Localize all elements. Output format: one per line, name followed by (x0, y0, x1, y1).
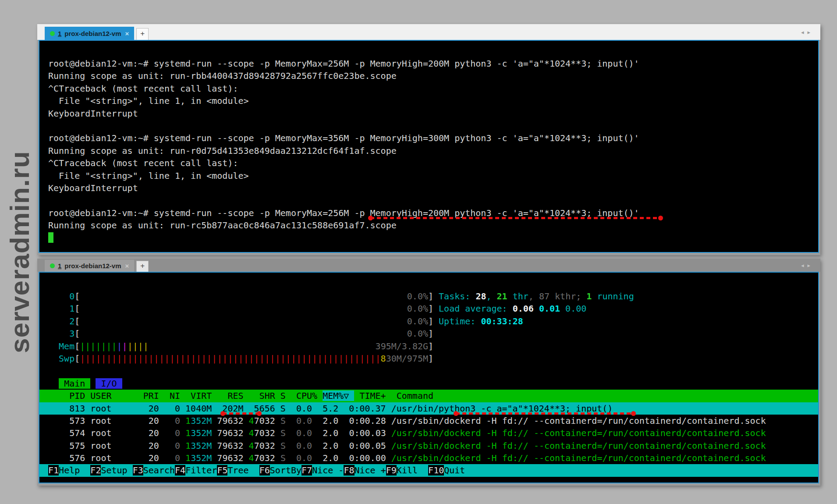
terminal-line: Mem[||||||||||||| 395M/3.82G] (39, 340, 818, 352)
tab-scroll-arrows[interactable]: ◂▸ (801, 29, 814, 35)
close-tab-icon[interactable]: × (124, 30, 130, 37)
terminal-line (39, 231, 818, 244)
terminal-screen-top[interactable]: root@debian12-vm:~# systemd-run --scope … (39, 40, 819, 253)
terminal-window-top: 1 prox-debian12-vm × + ◂▸ root@debian12-… (37, 24, 820, 255)
session-status-icon (50, 263, 55, 268)
terminal-line: Running scope as unit: run-r0d75d41353e8… (39, 145, 818, 157)
terminal-line: 575 root 20 0 1352M 79632 47032 S 0.0 2.… (39, 440, 818, 452)
terminal-line: 0[ 0.0%] Tasks: 28, 21 thr, 87 kthr; 1 r… (39, 290, 818, 302)
tab-title: prox-debian12-vm (64, 30, 121, 37)
scroll-right-icon[interactable]: ▸ (807, 29, 814, 35)
tab-bar-top: 1 prox-debian12-vm × + ◂▸ (37, 24, 820, 40)
close-tab-icon[interactable]: × (124, 262, 130, 270)
terminal-line: KeyboardInterrupt (39, 107, 818, 120)
tab-number: 1 (58, 262, 61, 270)
terminal-line: File "<string>", line 1, in <module> (39, 95, 818, 107)
terminal-window-bottom: 1 prox-debian12-vm × + ◂▸ 0[ 0.0%] Tasks… (37, 259, 820, 486)
tab-title: prox-debian12-vm (64, 262, 121, 270)
terminal-line (39, 365, 818, 377)
terminal-line: PID USER PRI NI VIRT RES SHR S CPU% MEM%… (39, 390, 818, 402)
tab-prox-debian12-vm[interactable]: 1 prox-debian12-vm × (45, 27, 134, 40)
terminal-line: 574 root 20 0 1352M 79632 47032 S 0.0 2.… (39, 427, 818, 439)
terminal-line: F1Help F2Setup F3SearchF4FilterF5Tree F6… (39, 464, 818, 476)
tab-bar-bottom: 1 prox-debian12-vm × + ◂▸ (37, 259, 820, 272)
htop-output: 0[ 0.0%] Tasks: 28, 21 thr, 87 kthr; 1 r… (39, 290, 818, 477)
terminal-line: KeyboardInterrupt (39, 182, 818, 194)
terminal-line: 813 root 20 0 1040M 202M 5656 S 0.0 5.2 … (39, 402, 818, 415)
terminal-line (39, 120, 818, 132)
terminal-line: 576 root 20 0 1352M 79632 47032 S 0.0 2.… (39, 452, 818, 464)
terminal-line: ^CTraceback (most recent call last): (39, 157, 818, 169)
scroll-right-icon[interactable]: ▸ (807, 262, 814, 269)
terminal-line: Main I/O (39, 377, 818, 390)
terminal-line: Running scope as unit: run-rbb4400437d89… (39, 70, 818, 82)
watermark-text: serveradmin.ru (4, 151, 35, 353)
annotation-underline-res (223, 412, 259, 415)
terminal-line: Running scope as unit: run-rc5b877aac0c8… (39, 219, 818, 231)
scroll-left-icon[interactable]: ◂ (801, 262, 808, 269)
scroll-left-icon[interactable]: ◂ (801, 29, 808, 35)
annotation-underline-memoryhigh (370, 217, 661, 219)
new-tab-button[interactable]: + (136, 28, 149, 40)
terminal-output-top: root@debian12-vm:~# systemd-run --scope … (39, 57, 818, 244)
terminal-line: Swp[||||||||||||||||||||||||||||||||||||… (39, 352, 818, 365)
terminal-line: 3[ 0.0%] (39, 327, 818, 340)
terminal-line: 2[ 0.0%] Uptime: 00:33:28 (39, 315, 818, 327)
terminal-line (39, 194, 818, 206)
terminal-line: File "<string>", line 1, in <module> (39, 170, 818, 182)
terminal-screen-htop[interactable]: 0[ 0.0%] Tasks: 28, 21 thr, 87 kthr; 1 r… (39, 272, 819, 483)
session-status-icon (50, 31, 55, 36)
tab-prox-debian12-vm-2[interactable]: 1 prox-debian12-vm × (45, 260, 134, 272)
terminal-line: 573 root 20 0 1352M 79632 47032 S 0.0 2.… (39, 415, 818, 427)
terminal-line: ^CTraceback (most recent call last): (39, 82, 818, 95)
annotation-underline-command (456, 412, 634, 415)
tab-number: 1 (58, 30, 61, 37)
tab-scroll-arrows[interactable]: ◂▸ (801, 262, 814, 269)
terminal-line: root@debian12-vm:~# systemd-run --scope … (39, 132, 818, 144)
new-tab-button[interactable]: + (136, 261, 149, 272)
terminal-line: root@debian12-vm:~# systemd-run --scope … (39, 57, 818, 70)
terminal-line: 1[ 0.0%] Load average: 0.06 0.01 0.00 (39, 302, 818, 315)
